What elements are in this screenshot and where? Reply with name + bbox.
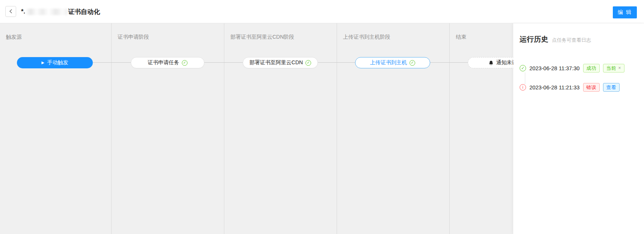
column-divider	[337, 23, 337, 234]
node-connector	[318, 62, 355, 63]
check-circle-icon: ✓	[305, 60, 311, 66]
close-icon[interactable]: ×	[618, 65, 621, 72]
column-divider	[224, 23, 224, 234]
status-badge-error: 错误	[583, 83, 600, 92]
column-label-cert-apply-stage: 证书申请阶段	[118, 34, 149, 41]
history-entry[interactable]: i 2023-06-28 11:21:33 错误 查看	[520, 83, 620, 92]
check-circle-icon: ✓	[182, 60, 187, 66]
deploy-cdn-task-label: 部署证书至阿里云CDN	[249, 59, 303, 66]
run-history-title: 运行历史	[520, 35, 548, 44]
node-connector	[430, 62, 468, 63]
deploy-cdn-task-node[interactable]: 部署证书至阿里云CDN ✓	[243, 57, 318, 68]
upload-host-task-label: 上传证书到主机	[370, 59, 407, 66]
run-history-header: 运行历史 点任务可查看日志	[520, 35, 591, 44]
certificate-automation-page: *. 证书自动化 编 辑 触发源 证书申请阶段 部署证书至阿里云CDN阶段 上传…	[0, 0, 644, 234]
column-divider	[449, 23, 450, 234]
cert-apply-task-label: 证书申请任务	[148, 59, 179, 66]
play-icon: ▶	[41, 61, 44, 65]
redacted-domain	[26, 9, 68, 15]
status-badge-success: 成功	[583, 64, 600, 72]
column-label-deploy-cdn-stage: 部署证书至阿里云CDN阶段	[230, 34, 294, 41]
column-label-trigger-source: 触发源	[6, 34, 22, 41]
notification-node-label: 通知未设置	[496, 59, 514, 66]
history-entry-time: 2023-06-28 11:21:33	[529, 85, 580, 91]
run-history-panel: 运行历史 点任务可查看日志 ✓ 2023-06-28 11:37:30 成功 当…	[513, 23, 644, 234]
page-title-suffix: 证书自动化	[68, 8, 100, 16]
page-title: *. 证书自动化	[21, 0, 100, 23]
chevron-left-icon	[9, 8, 13, 15]
manual-trigger-node[interactable]: ▶ 手动触发	[17, 57, 93, 68]
bell-icon	[488, 60, 494, 66]
check-circle-icon: ✓	[410, 60, 415, 66]
view-button[interactable]: 查看	[603, 83, 620, 92]
node-connector	[93, 62, 131, 63]
current-tag-label: 当前	[606, 65, 616, 72]
history-entry-time: 2023-06-28 11:37:30	[529, 65, 580, 71]
upload-host-task-node[interactable]: 上传证书到主机 ✓	[355, 57, 430, 68]
success-check-circle-icon: ✓	[520, 65, 526, 71]
current-tag[interactable]: 当前 ×	[603, 64, 624, 72]
cert-apply-task-node[interactable]: 证书申请任务 ✓	[131, 57, 204, 68]
column-label-upload-host-stage: 上传证书到主机阶段	[343, 34, 390, 41]
run-history-hint: 点任务可查看日志	[552, 37, 591, 44]
node-connector	[204, 62, 243, 63]
back-button[interactable]	[5, 6, 16, 17]
manual-trigger-label: 手动触发	[47, 59, 68, 66]
notification-node[interactable]: 通知未设置	[468, 57, 513, 68]
workflow-canvas: 触发源 证书申请阶段 部署证书至阿里云CDN阶段 上传证书到主机阶段 结束 ▶ …	[0, 23, 513, 234]
column-divider	[111, 23, 112, 234]
page-title-prefix: *.	[21, 8, 25, 15]
edit-button[interactable]: 编 辑	[613, 6, 637, 18]
column-label-end: 结束	[456, 34, 466, 41]
page-header: *. 证书自动化 编 辑	[0, 0, 644, 23]
error-info-circle-icon: i	[520, 84, 526, 91]
history-entry[interactable]: ✓ 2023-06-28 11:37:30 成功 当前 ×	[520, 64, 624, 72]
timeline-connector	[525, 72, 525, 84]
